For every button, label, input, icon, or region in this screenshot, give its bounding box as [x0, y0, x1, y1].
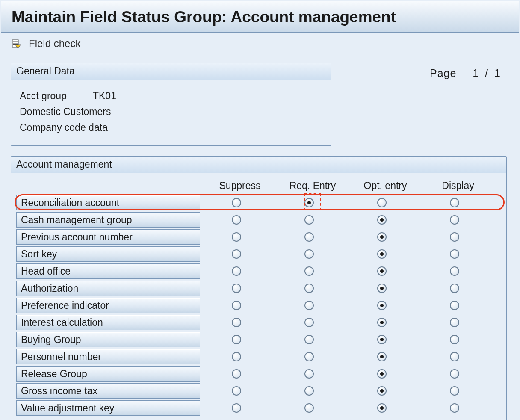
radio-opt-entry[interactable] [377, 318, 387, 327]
radio-cell-req-entry [273, 403, 346, 413]
radio-cell-req-entry [273, 335, 346, 344]
field-check-icon[interactable] [12, 39, 21, 48]
radio-cell-suppress [200, 386, 273, 396]
field-check-button[interactable]: Field check [29, 38, 80, 50]
radio-req-entry[interactable] [304, 301, 314, 310]
radio-cell-opt-entry [346, 249, 418, 259]
radio-cell-req-entry [273, 249, 346, 259]
page-indicator: Page 1 / 1 [430, 63, 509, 80]
radio-cell-opt-entry [346, 318, 418, 327]
field-row: Personnel number [15, 348, 502, 365]
radio-opt-entry[interactable] [377, 266, 387, 276]
radio-req-entry[interactable] [304, 266, 314, 276]
radio-display[interactable] [450, 352, 459, 361]
acct-group-label: Acct group [20, 90, 90, 102]
field-row: Release Group [15, 365, 502, 382]
radio-suppress[interactable] [232, 386, 241, 396]
radio-cell-display [418, 318, 491, 327]
radio-req-entry[interactable] [304, 335, 314, 344]
field-label: Cash management group [16, 212, 200, 228]
radio-suppress[interactable] [232, 318, 241, 327]
radio-opt-entry[interactable] [377, 215, 387, 225]
field-label: Value adjustment key [16, 400, 200, 416]
radio-suppress[interactable] [232, 335, 241, 344]
radio-req-entry[interactable] [304, 249, 314, 259]
field-label: Preference indicator [16, 298, 200, 313]
radio-req-entry[interactable] [304, 352, 314, 361]
general-data-title: General Data [11, 63, 331, 80]
radio-opt-entry[interactable] [377, 284, 387, 293]
radio-cell-suppress [200, 232, 273, 242]
radio-display[interactable] [450, 369, 459, 379]
radio-suppress[interactable] [232, 215, 241, 225]
radio-cell-display [418, 369, 491, 379]
radio-cell-display [418, 215, 491, 225]
field-row: Sort key [15, 245, 502, 263]
radio-opt-entry[interactable] [377, 386, 387, 396]
title-bar: Maintain Field Status Group: Account man… [1, 1, 519, 33]
radio-opt-entry[interactable] [377, 369, 387, 379]
radio-opt-entry[interactable] [377, 352, 387, 361]
radio-cell-opt-entry [346, 284, 418, 293]
radio-display[interactable] [450, 284, 459, 293]
radio-req-entry[interactable] [304, 284, 314, 293]
radio-display[interactable] [450, 301, 459, 310]
radio-opt-entry[interactable] [377, 198, 387, 207]
radio-display[interactable] [450, 215, 459, 225]
radio-display[interactable] [450, 318, 459, 327]
field-row: Interest calculation [15, 314, 502, 331]
radio-cell-display [418, 198, 491, 207]
radio-req-entry[interactable] [304, 215, 314, 225]
account-management-title: Account management [11, 157, 506, 173]
radio-display[interactable] [450, 232, 459, 242]
radio-suppress[interactable] [232, 284, 241, 293]
svg-rect-1 [13, 41, 18, 42]
radio-suppress[interactable] [232, 352, 241, 361]
radio-suppress[interactable] [232, 301, 241, 310]
field-row: Head office [15, 263, 502, 280]
radio-cell-display [418, 335, 491, 344]
radio-cell-opt-entry [346, 403, 418, 413]
radio-cell-display [418, 403, 491, 413]
radio-suppress[interactable] [232, 403, 241, 413]
radio-display[interactable] [450, 335, 459, 344]
radio-req-entry[interactable] [304, 403, 314, 413]
field-label: Interest calculation [16, 315, 200, 330]
radio-req-entry[interactable] [304, 369, 314, 379]
page-sep: / [485, 67, 488, 79]
field-label: Head office [16, 263, 200, 279]
radio-cell-suppress [200, 403, 273, 413]
radio-display[interactable] [450, 249, 459, 259]
radio-cell-opt-entry [346, 198, 418, 207]
radio-cell-opt-entry [346, 386, 418, 396]
radio-opt-entry[interactable] [377, 335, 387, 344]
company-code-section: Company code data [20, 122, 322, 133]
radio-req-entry[interactable] [304, 232, 314, 242]
general-data-panel: General Data Acct group TK01 Domestic Cu… [11, 63, 331, 146]
field-row: Authorization [15, 280, 502, 297]
acct-group-row: Acct group TK01 [20, 90, 322, 102]
col-suppress: Suppress [204, 180, 276, 192]
field-row: Previous account number [15, 228, 502, 245]
radio-opt-entry[interactable] [377, 403, 387, 413]
radio-cell-suppress [200, 369, 273, 379]
radio-display[interactable] [450, 266, 459, 276]
radio-display[interactable] [450, 403, 459, 413]
radio-req-entry[interactable] [304, 318, 314, 327]
radio-suppress[interactable] [232, 249, 241, 259]
radio-opt-entry[interactable] [377, 232, 387, 242]
radio-suppress[interactable] [232, 232, 241, 242]
field-row: Value adjustment key [15, 399, 502, 417]
radio-opt-entry[interactable] [377, 249, 387, 259]
radio-suppress[interactable] [232, 369, 241, 379]
radio-cell-req-entry [273, 266, 346, 276]
radio-opt-entry[interactable] [377, 301, 387, 310]
radio-suppress[interactable] [232, 266, 241, 276]
page-total: 1 [494, 67, 501, 79]
radio-req-entry[interactable] [304, 386, 314, 396]
radio-display[interactable] [450, 386, 459, 396]
radio-cell-req-entry [273, 232, 346, 242]
radio-req-entry[interactable] [304, 198, 314, 207]
radio-display[interactable] [450, 198, 459, 207]
radio-suppress[interactable] [232, 198, 241, 207]
